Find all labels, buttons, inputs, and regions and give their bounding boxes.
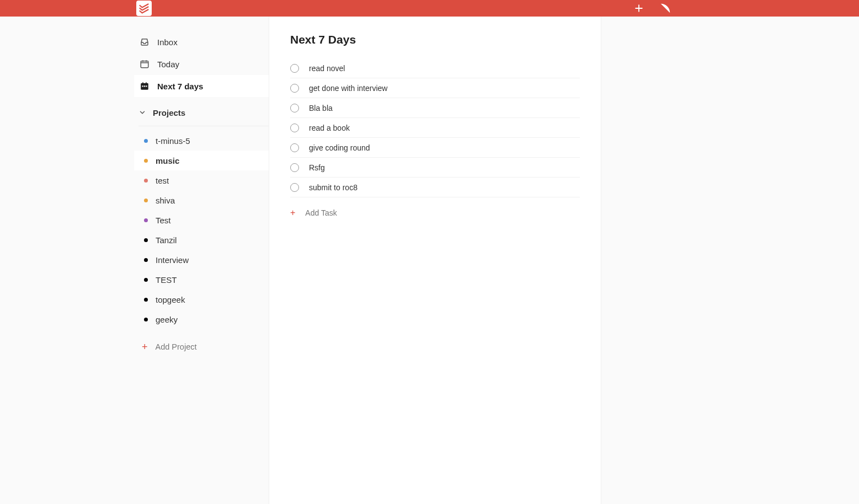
svg-rect-6 xyxy=(146,85,147,87)
project-label: geeky xyxy=(156,315,178,324)
task-label: read novel xyxy=(309,64,345,73)
divider xyxy=(138,126,269,126)
task-row[interactable]: read a book xyxy=(290,118,580,138)
page-title: Next 7 Days xyxy=(290,33,580,46)
add-project-button[interactable]: + Add Project xyxy=(134,336,269,358)
add-task-button[interactable]: + Add Task xyxy=(290,203,580,223)
project-label: test xyxy=(156,176,169,185)
project-color-dot xyxy=(144,238,148,242)
pizza-icon[interactable] xyxy=(659,2,672,15)
project-label: Interview xyxy=(156,255,189,265)
task-checkbox[interactable] xyxy=(290,104,299,112)
calendar-week-icon xyxy=(140,81,150,91)
plus-icon: + xyxy=(142,342,148,352)
project-label: Test xyxy=(156,216,171,225)
task-checkbox[interactable] xyxy=(290,163,299,172)
topbar xyxy=(0,0,859,17)
project-item[interactable]: music xyxy=(134,151,269,170)
right-gutter xyxy=(601,17,859,504)
project-color-dot xyxy=(144,298,148,302)
sidebar-filter-label: Today xyxy=(157,60,179,69)
project-item[interactable]: Tanzil xyxy=(134,230,269,250)
todoist-logo-icon xyxy=(138,3,150,14)
project-color-dot xyxy=(144,159,148,163)
task-checkbox[interactable] xyxy=(290,84,299,93)
task-label: get done with interview xyxy=(309,84,387,93)
project-color-dot xyxy=(144,258,148,262)
project-color-dot xyxy=(144,179,148,183)
project-label: Tanzil xyxy=(156,235,177,245)
left-gutter xyxy=(0,17,134,504)
main-content: Next 7 Days read novelget done with inte… xyxy=(269,17,601,504)
topbar-right xyxy=(632,2,859,15)
project-list: t-minus-5musictestshivaTestTanzilIntervi… xyxy=(134,131,269,329)
svg-rect-4 xyxy=(142,85,143,87)
task-row[interactable]: read novel xyxy=(290,58,580,78)
project-item[interactable]: Interview xyxy=(134,250,269,270)
task-checkbox[interactable] xyxy=(290,64,299,73)
sidebar-filter-label: Inbox xyxy=(157,37,178,47)
task-label: Bla bla xyxy=(309,104,333,112)
project-label: shiva xyxy=(156,196,175,205)
task-label: submit to roc8 xyxy=(309,183,358,192)
project-item[interactable]: t-minus-5 xyxy=(134,131,269,151)
add-icon[interactable] xyxy=(632,2,645,15)
chevron-down-icon xyxy=(137,108,147,117)
topbar-left xyxy=(0,1,152,16)
app-body: Inbox Today Next 7 days Projects t-minus… xyxy=(0,17,859,504)
svg-rect-5 xyxy=(144,85,145,87)
project-item[interactable]: geeky xyxy=(134,309,269,329)
project-label: TEST xyxy=(156,275,177,285)
task-label: Rsfg xyxy=(309,163,325,172)
task-row[interactable]: give coding round xyxy=(290,138,580,158)
add-project-label: Add Project xyxy=(156,342,197,351)
svg-point-0 xyxy=(663,8,665,9)
app-logo[interactable] xyxy=(136,1,152,16)
project-label: topgeek xyxy=(156,295,185,304)
project-color-dot xyxy=(144,139,148,143)
sidebar-filter-today[interactable]: Today xyxy=(134,53,269,75)
project-color-dot xyxy=(144,199,148,202)
plus-icon: + xyxy=(290,208,295,217)
project-label: t-minus-5 xyxy=(156,136,190,146)
task-row[interactable]: Bla bla xyxy=(290,98,580,118)
project-color-dot xyxy=(144,278,148,282)
task-list: read novelget done with interviewBla bla… xyxy=(290,58,580,197)
task-checkbox[interactable] xyxy=(290,124,299,132)
projects-header[interactable]: Projects xyxy=(134,99,269,126)
project-item[interactable]: shiva xyxy=(134,190,269,210)
sidebar-filter-label: Next 7 days xyxy=(157,82,203,91)
task-row[interactable]: Rsfg xyxy=(290,158,580,178)
project-item[interactable]: Test xyxy=(134,210,269,230)
svg-point-1 xyxy=(665,10,666,12)
inbox-icon xyxy=(140,37,150,47)
sidebar: Inbox Today Next 7 days Projects t-minus… xyxy=(134,17,269,504)
task-label: give coding round xyxy=(309,143,370,152)
project-color-dot xyxy=(144,218,148,222)
projects-header-label: Projects xyxy=(153,108,185,117)
project-item[interactable]: TEST xyxy=(134,270,269,289)
task-checkbox[interactable] xyxy=(290,143,299,152)
task-row[interactable]: get done with interview xyxy=(290,78,580,98)
calendar-today-icon xyxy=(140,59,150,69)
add-task-label: Add Task xyxy=(305,208,337,217)
sidebar-filter-inbox[interactable]: Inbox xyxy=(134,31,269,53)
project-item[interactable]: test xyxy=(134,170,269,190)
svg-rect-2 xyxy=(141,61,148,68)
task-label: read a book xyxy=(309,124,350,132)
project-label: music xyxy=(156,156,179,165)
task-row[interactable]: submit to roc8 xyxy=(290,178,580,197)
task-checkbox[interactable] xyxy=(290,183,299,192)
sidebar-filter-next7[interactable]: Next 7 days xyxy=(134,75,269,97)
project-item[interactable]: topgeek xyxy=(134,289,269,309)
project-color-dot xyxy=(144,318,148,321)
